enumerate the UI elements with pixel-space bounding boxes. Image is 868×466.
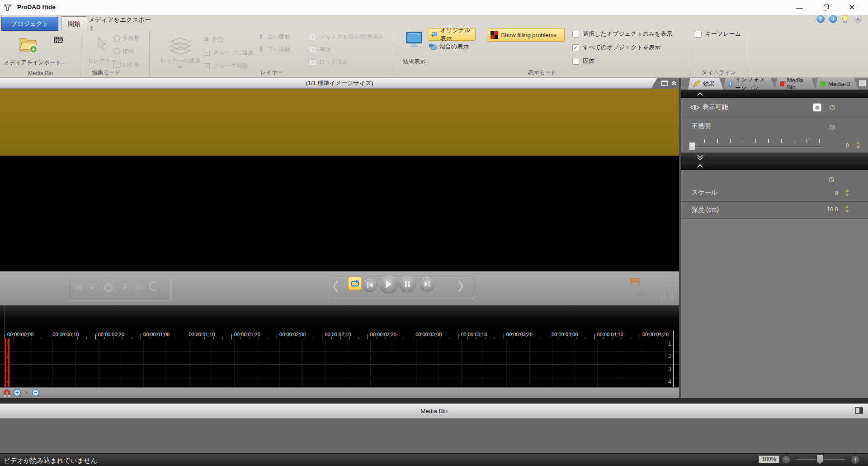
tab-information[interactable]: i インフォメーション — [723, 78, 775, 90]
cursor-arrow-icon — [96, 36, 107, 52]
timeline-track-row[interactable]: 22 — [0, 352, 679, 365]
original-view-button[interactable]: オリジナル表示 — [428, 28, 476, 41]
tab-export-media[interactable]: メディアをエクスポート — [89, 17, 152, 31]
zoom-out-icon[interactable] — [32, 389, 41, 398]
show-filling-problems-label: Show filling problems — [501, 32, 557, 38]
keyframe-checkbox[interactable]: キーフレーム — [695, 30, 741, 38]
help-icon[interactable]: ? — [816, 15, 825, 23]
animate-visible-clock-icon[interactable] — [830, 105, 835, 110]
media-bin-divider — [0, 398, 868, 404]
zoom-in-button[interactable]: + — [851, 455, 860, 464]
ruler-label: 00:00:00;10 — [52, 332, 79, 337]
timeline-toolbar: × — [0, 387, 679, 398]
timeline-panel: 00:00:00;0000:00:00;1000:00:00;2000:00:0… — [0, 305, 679, 398]
result-view-button[interactable]: 結果表示 — [397, 31, 431, 69]
opacity-slider-track[interactable] — [691, 146, 821, 147]
scale-spinner[interactable] — [845, 189, 849, 196]
playback-prev-chevron[interactable] — [332, 280, 339, 293]
ruler-label: 00:00:00;20 — [98, 332, 124, 337]
depth-spinner[interactable] — [845, 205, 849, 213]
opacity-spinner[interactable] — [856, 142, 860, 149]
panel-options-icon[interactable] — [859, 80, 866, 86]
show-filling-problems-button[interactable]: Show filling problems — [487, 28, 565, 42]
show-all-objects-checkbox[interactable]: ✓すべてのオブジェクトを表示 — [572, 43, 660, 52]
timeline-ruler[interactable]: 00:00:00;0000:00:00;1000:00:00;2000:00:0… — [0, 331, 679, 339]
timeline-track-row[interactable]: 11 — [0, 339, 679, 352]
media-bin-header[interactable]: Media Bin — [0, 404, 868, 418]
record-settings-gear-icon[interactable]: ⚙ — [158, 292, 164, 299]
snap-magnet-icon[interactable] — [3, 389, 11, 398]
tab-project[interactable]: プロジェクト — [1, 17, 58, 31]
inspector-expand-strip[interactable] — [681, 153, 868, 162]
play-button[interactable] — [380, 276, 397, 293]
ellipse-button[interactable]: 楕円 — [113, 48, 121, 56]
prev-icon — [90, 285, 94, 290]
playback-next-chevron[interactable] — [458, 280, 464, 293]
timeline-playhead[interactable] — [5, 338, 9, 387]
app-icon[interactable] — [4, 5, 11, 11]
cut-scissors-icon: ✂ — [634, 291, 644, 298]
ruler-label: 00:00:02;00 — [279, 332, 306, 337]
inspector-collapse-strip-2[interactable] — [681, 162, 868, 170]
add-to-group-button[interactable]: +グループに追加 — [204, 49, 254, 57]
detach-window-icon[interactable] — [661, 81, 668, 86]
minimize-button[interactable]: — — [790, 1, 808, 14]
ruler-label: 00:00:02;20 — [370, 332, 396, 337]
info-icon[interactable]: i — [829, 15, 837, 23]
skip-to-start-button[interactable] — [363, 279, 376, 291]
media-bin-panel-icon[interactable] — [855, 407, 863, 414]
animate-scale-clock-icon[interactable] — [829, 177, 834, 182]
scale-value[interactable]: 0 — [829, 190, 838, 196]
opacity-value[interactable]: 0 — [840, 142, 849, 149]
collapse-preview-icon[interactable] — [671, 81, 677, 86]
mark-in-icon[interactable] — [630, 278, 640, 285]
depth-label: 深度 (cm) — [692, 206, 719, 214]
zoom-out-button[interactable]: − — [782, 455, 791, 464]
tip-bulb-icon[interactable] — [842, 15, 849, 24]
pause-button[interactable] — [400, 276, 415, 292]
loop-playback-button[interactable] — [348, 277, 362, 290]
restore-button[interactable] — [816, 1, 835, 14]
mixed-view-button[interactable]: 混合の表示 — [429, 43, 469, 51]
monitor-badge-icon — [431, 31, 438, 38]
enabled-toggle[interactable]: 有効 — [310, 46, 330, 53]
solid-checkbox[interactable]: 固体 — [572, 57, 594, 65]
visible-checkbox[interactable] — [813, 104, 821, 111]
tab-effects[interactable]: 効果 — [688, 78, 723, 90]
ruler-label: 00:00:00;00 — [7, 332, 33, 337]
media-drop-banner[interactable]: メディアを黒いエリアにドロップまたは ここをクリックしてメディアを開く — [0, 89, 679, 156]
move-up-label: 上へ移動 — [268, 33, 290, 41]
show-selected-only-checkbox[interactable]: 選択したオブジェクトのみを表示 — [572, 30, 672, 38]
status-message: ビデオが読み込まれていません — [4, 456, 97, 465]
inspector-collapse-strip-1[interactable] — [681, 90, 868, 98]
zoom-in-icon[interactable] — [13, 389, 22, 398]
move-down-button[interactable]: ⬇下へ移動 — [258, 45, 290, 53]
ruler-label: 00:00:02;10 — [325, 332, 351, 337]
collapse-ribbon-icon[interactable]: ˄ — [854, 15, 862, 23]
move-up-button[interactable]: ⬆上へ移動 — [258, 33, 290, 41]
arrow-up-icon: ⬆ — [258, 33, 264, 41]
timeline-track-row[interactable]: 33 — [0, 365, 679, 377]
trim-right-icon — [669, 277, 676, 286]
delete-layer-button[interactable]: ✖削除 — [204, 35, 224, 44]
video-preview-area[interactable]: ビデオ? — [0, 156, 679, 271]
timeline-track-row[interactable]: 44 — [0, 377, 679, 387]
tab-media-b[interactable]: Media-B — [816, 78, 858, 90]
media-bin-content[interactable] — [0, 418, 868, 453]
tab-media-b-label: Media-B — [828, 81, 850, 87]
depth-value[interactable]: 10.0 — [826, 206, 838, 213]
track-number: 3 — [668, 366, 671, 372]
tab-media-bin[interactable]: Media Bin — [775, 78, 816, 90]
skip-to-end-button[interactable] — [420, 277, 434, 291]
opacity-slider-handle[interactable] — [689, 142, 695, 150]
media-bin-toggle-button[interactable] — [51, 33, 66, 46]
locked-toggle[interactable]: ロック済み — [310, 58, 348, 66]
protected-toggle[interactable]: プロテクト済み/除外済み — [310, 33, 384, 41]
tab-start[interactable]: 開始 — [61, 16, 87, 31]
close-button[interactable]: ✕ — [843, 1, 861, 14]
animate-opacity-clock-icon[interactable] — [830, 124, 835, 130]
polygon-button[interactable]: 多角形 — [113, 34, 121, 43]
import-media-button[interactable]: メディアをインポート... — [3, 33, 50, 74]
result-view-label: 結果表示 — [397, 58, 431, 66]
chevron-double-down-icon — [697, 155, 703, 160]
